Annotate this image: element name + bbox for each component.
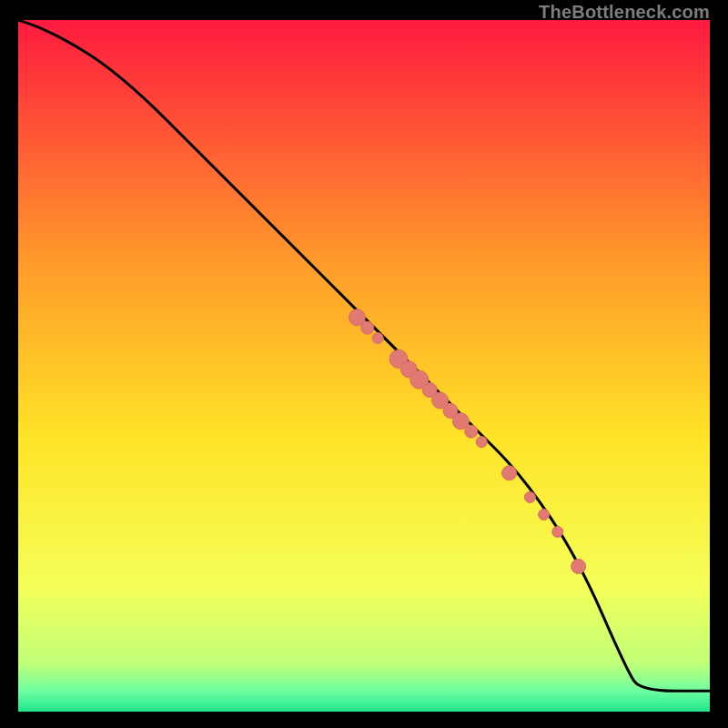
data-point xyxy=(465,425,478,438)
data-point xyxy=(571,559,586,573)
data-point xyxy=(539,509,550,520)
chart-frame xyxy=(18,20,710,712)
chart-background xyxy=(18,20,710,712)
bottleneck-chart xyxy=(18,20,710,712)
data-point xyxy=(372,333,383,344)
data-point xyxy=(476,437,487,448)
data-point xyxy=(502,466,517,480)
data-point xyxy=(552,526,563,537)
data-point xyxy=(361,321,374,334)
data-point xyxy=(524,491,535,502)
